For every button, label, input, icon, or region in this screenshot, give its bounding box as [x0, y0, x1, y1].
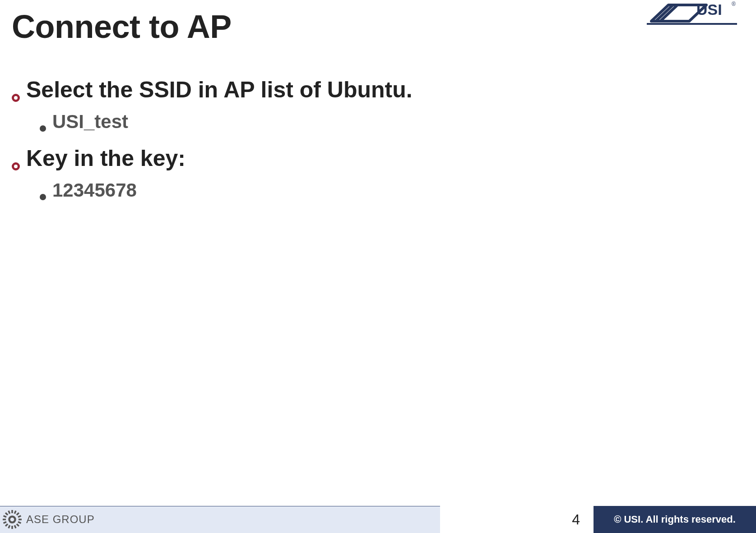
svg-rect-7 [16, 512, 19, 515]
ring-bullet-icon [12, 94, 20, 102]
bullet-level1: Select the SSID in AP list of Ubuntu. [12, 77, 553, 103]
bullet-level2: USI_test [40, 111, 553, 133]
svg-rect-3 [11, 510, 13, 513]
svg-rect-5 [3, 519, 6, 520]
copyright-box: © USI. All rights reserved. [594, 506, 756, 533]
gear-icon [3, 510, 22, 529]
svg-rect-6 [19, 519, 22, 520]
slide-title: Connect to AP [12, 8, 232, 45]
slide: Connect to AP USI ® Select the SSID in A… [0, 0, 756, 533]
bullet-text: Select the SSID in AP list of Ubuntu. [26, 77, 413, 103]
svg-rect-10 [16, 524, 19, 527]
svg-rect-18 [18, 521, 21, 524]
svg-rect-8 [5, 524, 8, 527]
copyright-text: © USI. All rights reserved. [614, 514, 736, 525]
dot-bullet-icon [40, 194, 46, 200]
svg-rect-9 [5, 512, 8, 515]
svg-rect-15 [18, 515, 21, 518]
svg-rect-14 [14, 525, 17, 528]
svg-rect-12 [8, 525, 10, 528]
dot-bullet-icon [40, 125, 46, 132]
svg-rect-11 [14, 510, 17, 514]
usi-logo-icon: USI ® [647, 0, 737, 28]
ase-group-text: ASE GROUP [26, 513, 95, 526]
ring-bullet-icon [12, 162, 20, 170]
slide-footer: ASE GROUP 4 © USI. All rights reserved. [0, 506, 756, 533]
slide-content: Select the SSID in AP list of Ubuntu. US… [12, 77, 553, 214]
page-number: 4 [572, 506, 580, 533]
bullet-text: 12345678 [52, 179, 137, 201]
ase-group-logo: ASE GROUP [3, 509, 95, 530]
usi-logo-text: USI [696, 1, 722, 18]
registered-mark: ® [732, 1, 736, 7]
bullet-level2: 12345678 [40, 179, 553, 201]
svg-rect-4 [11, 526, 13, 529]
svg-rect-17 [3, 515, 7, 518]
bullet-level1: Key in the key: [12, 145, 553, 171]
svg-rect-16 [3, 521, 7, 524]
bullet-text: USI_test [52, 111, 128, 133]
svg-point-2 [10, 518, 14, 522]
svg-rect-13 [8, 510, 10, 514]
bullet-text: Key in the key: [26, 145, 186, 171]
